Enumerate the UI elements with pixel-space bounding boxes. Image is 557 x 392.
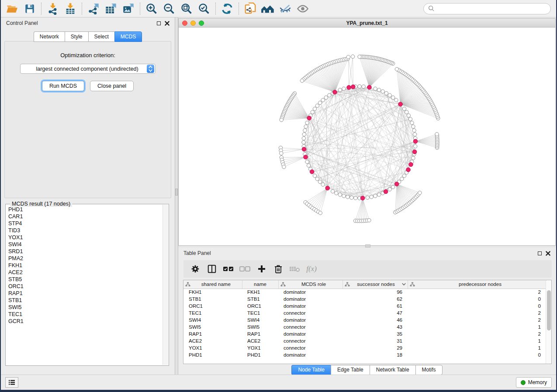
table-cell[interactable]: RAP1 [242,330,278,337]
export-table-icon[interactable] [102,1,120,16]
network-node[interactable] [388,93,391,97]
table-cell[interactable]: dominator [278,289,343,296]
network-node[interactable] [381,89,384,93]
table-row[interactable]: RAP1RAP1dominator352 [183,330,546,337]
table-cell[interactable]: YOX1 [242,344,278,351]
mcds-hub-node[interactable] [333,90,337,94]
table-cell[interactable]: connector [278,309,343,316]
network-node[interactable] [313,107,316,110]
table-cell[interactable]: TEC1 [183,309,242,316]
table-cell[interactable]: 0 [408,303,546,309]
column-header[interactable]: name [242,280,278,289]
network-node[interactable] [303,129,307,132]
mcds-hub-node[interactable] [413,139,418,144]
mcds-result-item[interactable]: YOX1 [8,234,162,241]
mcds-hub-node[interactable] [384,189,388,194]
network-node[interactable] [402,174,406,178]
mcds-hub-node[interactable] [394,182,399,186]
mcds-result-item[interactable]: TEC1 [8,311,162,318]
vertical-splitter-handle[interactable] [175,189,178,196]
network-node[interactable] [328,93,331,97]
mcds-result-list[interactable]: PHD1CAR1STP4TID3YOX1SWI4SRD1PMA2FKH1ACE2… [8,206,162,364]
network-node[interactable] [321,183,325,186]
table-cell[interactable]: 96 [343,289,408,296]
table-cell[interactable]: 0 [408,351,546,358]
network-node[interactable] [391,185,395,189]
network-window-titlebar[interactable]: YPA_prune.txt_1 [179,19,555,28]
column-header[interactable]: predecessor nodes [408,280,546,289]
network-node[interactable] [318,101,322,104]
mcds-hub-node[interactable] [307,116,311,120]
zoom-fit-icon[interactable] [178,1,195,16]
mcds-hub-node[interactable] [409,162,413,167]
table-cell[interactable]: dominator [278,316,343,323]
network-node[interactable] [394,98,398,102]
table-cell[interactable]: ORC1 [183,303,242,309]
table-row[interactable]: YOX1YOX1connector291 [183,344,546,351]
table-cell[interactable]: SWI4 [183,316,242,323]
mcds-hub-node[interactable] [367,85,372,89]
tab-select[interactable]: Select [88,31,114,42]
table-cell[interactable]: TEC1 [242,309,278,316]
copy-network-icon[interactable] [242,1,259,16]
network-node[interactable] [412,125,415,128]
network-node[interactable] [408,117,412,121]
show-all-icon[interactable] [294,1,311,16]
network-node[interactable] [391,96,395,99]
table-cell[interactable]: connector [278,344,343,351]
optimization-criterion-dropdown[interactable]: largest connected component (undirected) [20,64,156,74]
export-image-icon[interactable] [120,1,137,16]
table-row[interactable]: ACE2ACE2connector311 [183,337,546,344]
network-node[interactable] [302,141,305,144]
tab-node-table[interactable]: Node Table [291,365,331,375]
mcds-hub-node[interactable] [351,85,355,89]
network-graph[interactable] [179,28,555,245]
mcds-hub-node[interactable] [347,86,351,90]
node-table-grid[interactable]: shared namenameMCDS rolesuccessor nodesp… [183,280,547,358]
mcds-result-item[interactable]: ACE2 [8,269,162,276]
mcds-hub-node[interactable] [406,168,411,172]
table-cell[interactable]: PHD1 [183,351,242,358]
network-node[interactable] [342,87,346,90]
table-scrollbar[interactable] [546,281,551,364]
mcds-result-item[interactable]: FKH1 [8,262,162,269]
import-network-icon[interactable] [44,1,62,16]
task-history-button[interactable] [5,377,18,388]
close-panel-icon[interactable] [165,21,170,26]
network-node[interactable] [367,218,371,222]
network-node[interactable] [412,129,416,132]
network-node[interactable] [413,144,417,148]
network-node[interactable] [313,174,316,178]
table-row[interactable]: TEC1TEC1connector472 [183,309,546,316]
tab-network-table[interactable]: Network Table [370,365,415,375]
table-cell[interactable]: YOX1 [183,344,242,351]
mcds-hub-node[interactable] [412,150,417,154]
network-node[interactable] [384,91,388,95]
table-cell[interactable]: SWI5 [183,323,242,330]
network-node[interactable] [362,85,365,88]
tab-edge-table[interactable]: Edge Table [331,365,370,375]
unselect-all-icon[interactable] [238,262,253,276]
network-node[interactable] [324,96,328,99]
network-node[interactable] [318,180,322,183]
table-cell[interactable]: dominator [278,296,343,303]
table-cell[interactable]: FKH1 [183,289,242,296]
mcds-result-item[interactable]: TID3 [8,227,162,234]
network-node[interactable] [302,137,305,140]
table-cell[interactable]: connector [278,323,343,330]
mcds-result-item[interactable]: SWI4 [8,241,162,248]
tab-network[interactable]: Network [34,31,65,42]
table-cell[interactable]: 46 [343,316,408,323]
table-cell[interactable]: 18 [343,351,408,358]
network-node[interactable] [412,156,415,160]
mcds-result-item[interactable]: PMA2 [8,255,162,262]
tab-style[interactable]: Style [65,31,88,42]
import-table-icon[interactable] [62,1,79,16]
mcds-hub-node[interactable] [398,102,403,107]
table-row[interactable]: ORC1ORC1dominator610 [183,303,546,309]
table-cell[interactable]: 61 [343,303,408,309]
network-node[interactable] [377,88,381,92]
mcds-result-item[interactable]: GCR1 [8,318,162,325]
table-scrollbar-thumb[interactable] [547,290,551,330]
network-node[interactable] [418,191,422,195]
